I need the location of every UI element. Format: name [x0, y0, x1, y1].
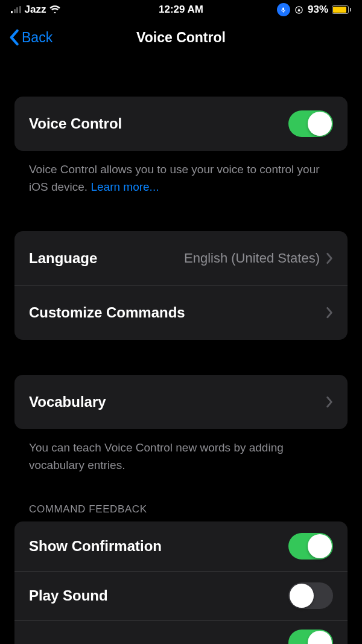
chevron-right-icon — [326, 396, 333, 408]
language-commands-group: Language English (United States) Customi… — [14, 231, 348, 340]
status-left: Jazz — [11, 4, 60, 16]
voice-control-label: Voice Control — [29, 115, 122, 132]
content-scroll[interactable]: Voice Control Voice Control allows you t… — [0, 56, 362, 644]
carrier-label: Jazz — [25, 4, 46, 16]
back-label: Back — [22, 30, 52, 46]
chevron-right-icon — [326, 252, 333, 264]
command-feedback-group: Show Confirmation Play Sound — [14, 521, 348, 644]
vocabulary-footer: You can teach Voice Control new words by… — [14, 429, 348, 474]
cellular-signal-icon — [11, 6, 21, 13]
voice-control-footer: Voice Control allows you to use your voi… — [14, 151, 348, 196]
show-confirmation-row: Show Confirmation — [14, 521, 348, 571]
play-sound-label: Play Sound — [29, 587, 108, 604]
voice-control-group: Voice Control — [14, 97, 348, 151]
vocabulary-row[interactable]: Vocabulary — [14, 375, 348, 429]
partial-toggle[interactable] — [288, 630, 333, 644]
play-sound-toggle[interactable] — [288, 582, 333, 609]
battery-icon — [332, 5, 351, 14]
voice-control-row: Voice Control — [14, 97, 348, 151]
vocabulary-group: Vocabulary — [14, 375, 348, 429]
back-button[interactable]: Back — [8, 29, 52, 46]
language-row[interactable]: Language English (United States) — [14, 231, 348, 285]
partial-row — [14, 620, 348, 644]
orientation-lock-icon — [294, 5, 304, 15]
nav-bar: Back Voice Control — [0, 19, 362, 56]
wifi-icon — [49, 5, 60, 15]
chevron-right-icon — [326, 307, 333, 319]
page-title: Voice Control — [136, 30, 226, 46]
status-right: 93% — [277, 3, 351, 16]
battery-percent-label: 93% — [308, 4, 328, 16]
voice-control-toggle[interactable] — [288, 110, 333, 137]
voice-control-footer-text: Voice Control allows you to use your voi… — [29, 163, 320, 193]
customize-commands-label: Customize Commands — [29, 304, 185, 321]
language-value: English (United States) — [184, 250, 320, 266]
show-confirmation-label: Show Confirmation — [29, 538, 162, 555]
status-time: 12:29 AM — [159, 4, 203, 16]
language-label: Language — [29, 250, 97, 267]
play-sound-row: Play Sound — [14, 571, 348, 620]
customize-commands-row[interactable]: Customize Commands — [14, 285, 348, 340]
chevron-left-icon — [8, 29, 19, 46]
show-confirmation-toggle[interactable] — [288, 533, 333, 560]
vocabulary-label: Vocabulary — [29, 394, 106, 410]
command-feedback-header: COMMAND FEEDBACK — [14, 503, 348, 521]
status-bar: Jazz 12:29 AM 93% — [0, 0, 362, 19]
microphone-indicator-icon — [277, 3, 290, 16]
learn-more-link[interactable]: Learn more... — [91, 180, 159, 193]
